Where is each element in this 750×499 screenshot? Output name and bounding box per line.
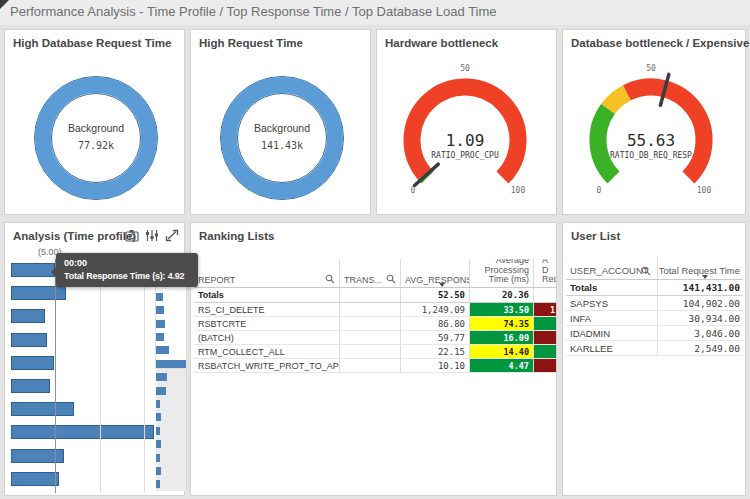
total-request-time-cell[interactable]: 104,902.00 bbox=[658, 296, 743, 310]
sort-descending-icon bbox=[702, 275, 708, 279]
table-header-row: USER_ACCOUNT Total Request Time bbox=[566, 257, 743, 280]
report-cell[interactable]: RSBTCRTE bbox=[194, 317, 340, 330]
table-row: RSBTCRTE86.8074.35 bbox=[194, 317, 556, 331]
avg-processing-cell[interactable]: 4.47 bbox=[470, 359, 534, 372]
exploration-menu-icon[interactable] bbox=[145, 229, 159, 242]
avg-db-request-cell[interactable] bbox=[534, 331, 556, 344]
bar[interactable] bbox=[11, 379, 50, 393]
corner-marker bbox=[0, 0, 9, 9]
donut-slice[interactable] bbox=[43, 85, 149, 191]
avg-db-request-cell[interactable] bbox=[534, 359, 556, 372]
avg-db-request-cell[interactable] bbox=[534, 345, 556, 358]
table-row: RSBATCH_WRITE_PROT_TO_APPLLOG10.104.47 bbox=[194, 359, 556, 373]
bar-chart-plot[interactable] bbox=[5, 259, 184, 495]
table-totals-row: Totals 141,431.00 bbox=[566, 280, 743, 296]
report-cell[interactable]: RSBATCH_WRITE_PROT_TO_APPLLOG bbox=[194, 359, 340, 372]
bar[interactable] bbox=[11, 263, 55, 277]
gauge-value: 55.63 bbox=[627, 131, 675, 150]
transaction-cell[interactable] bbox=[340, 303, 401, 316]
avg-response-cell[interactable]: 86.80 bbox=[401, 317, 470, 330]
avg-processing-cell[interactable]: 16.09 bbox=[470, 331, 534, 344]
bar[interactable] bbox=[11, 356, 54, 370]
total-request-time-cell[interactable]: 2,549.00 bbox=[658, 341, 743, 355]
avg-processing-cell[interactable]: 14.40 bbox=[470, 345, 534, 358]
column-header-avg-response[interactable]: AVG_RESPONS... bbox=[401, 259, 470, 287]
gauge-value: 1.09 bbox=[446, 131, 485, 150]
table-header-row: REPORT TRANS... AVG_RESPONS... Average P… bbox=[194, 259, 556, 288]
avg-db-request-cell[interactable] bbox=[534, 317, 556, 330]
sheet-title-bar: Performance Analysis - Time Profile / To… bbox=[0, 0, 750, 25]
bar[interactable] bbox=[11, 333, 47, 347]
column-header-report[interactable]: REPORT bbox=[194, 259, 340, 287]
user-account-cell[interactable]: KARLLEE bbox=[566, 341, 658, 355]
chart-tooltip: 00:00 Total Response Time (s): 4.92 bbox=[56, 253, 198, 287]
avg-processing-cell[interactable]: 74.35 bbox=[470, 317, 534, 330]
gauge-arc-segment bbox=[608, 93, 627, 109]
panel-title: Hardware bottleneck bbox=[385, 37, 498, 49]
report-cell[interactable]: RTM_COLLECT_ALL bbox=[194, 345, 340, 358]
donut-chart-request[interactable]: Background141.43k bbox=[191, 30, 370, 214]
gauge-chart-proc-cpu[interactable]: 0501001.09RATIO_PROC_CPU bbox=[377, 30, 556, 214]
camera-icon[interactable] bbox=[125, 229, 139, 242]
donut-center-value: 77.92k bbox=[78, 140, 114, 151]
tooltip-category: 00:00 bbox=[64, 258, 190, 268]
avg-response-cell[interactable]: 1,249.09 bbox=[401, 303, 470, 316]
gauge-tick-label: 0 bbox=[411, 186, 416, 195]
sort-descending-icon bbox=[439, 283, 445, 287]
panel-high-database-request-time: High Database Request Time Background77.… bbox=[4, 29, 185, 215]
search-icon[interactable] bbox=[386, 274, 396, 284]
gauge-chart-db-req-resp[interactable]: 05010055.63RATIO_DB_REQ_RESP bbox=[563, 30, 745, 214]
bar[interactable] bbox=[11, 425, 154, 439]
totals-label: Totals bbox=[194, 288, 340, 302]
gauge-tick-label: 0 bbox=[597, 186, 602, 195]
total-request-time-cell[interactable]: 3,046.00 bbox=[658, 326, 743, 340]
gauge-tick-label: 50 bbox=[646, 64, 656, 73]
minimap-bar bbox=[156, 333, 164, 341]
bar[interactable] bbox=[11, 402, 74, 416]
user-account-cell[interactable]: INFA bbox=[566, 311, 658, 325]
bar[interactable] bbox=[11, 286, 66, 300]
bar[interactable] bbox=[11, 309, 45, 323]
table-row: IDADMIN3,046.00 bbox=[566, 326, 743, 341]
totals-value: 141,431.00 bbox=[658, 280, 743, 295]
totals-label: Totals bbox=[566, 280, 658, 295]
fullscreen-icon[interactable] bbox=[165, 229, 179, 242]
column-header-avg-db-request[interactable]: A D Requ bbox=[534, 259, 556, 287]
panel-hardware-bottleneck: Hardware bottleneck 0501001.09RATIO_PROC… bbox=[376, 29, 557, 215]
avg-db-request-cell[interactable]: 1 bbox=[534, 303, 556, 316]
column-header-avg-processing[interactable]: Average Processing Time (ms) bbox=[470, 259, 534, 287]
avg-response-cell[interactable]: 10.10 bbox=[401, 359, 470, 372]
user-account-cell[interactable]: SAPSYS bbox=[566, 296, 658, 310]
minimap-bar bbox=[156, 373, 167, 381]
chart-scroll-minimap[interactable] bbox=[156, 263, 187, 491]
column-header-total-request-time[interactable]: Total Request Time bbox=[658, 257, 743, 279]
transaction-cell[interactable] bbox=[340, 345, 401, 358]
panel-toolbar bbox=[125, 229, 179, 242]
report-cell[interactable]: (BATCH) bbox=[194, 331, 340, 344]
avg-response-cell[interactable]: 59.77 bbox=[401, 331, 470, 344]
donut-chart-db-request[interactable]: Background77.92k bbox=[5, 30, 184, 214]
table-row: RS_CI_DELETE1,249.0933.501 bbox=[194, 303, 556, 317]
transaction-cell[interactable] bbox=[340, 359, 401, 372]
transaction-cell[interactable] bbox=[340, 331, 401, 344]
table-totals-row: Totals 52.50 20.36 bbox=[194, 288, 556, 303]
totals-avg-processing: 20.36 bbox=[470, 288, 534, 302]
donut-inner-outline bbox=[52, 94, 141, 183]
bar[interactable] bbox=[11, 472, 59, 486]
donut-slice[interactable] bbox=[229, 85, 335, 191]
report-cell[interactable]: RS_CI_DELETE bbox=[194, 303, 340, 316]
gauge-measure-label: RATIO_PROC_CPU bbox=[431, 151, 499, 160]
search-icon[interactable] bbox=[641, 266, 651, 276]
gauge-arc-segment bbox=[598, 109, 614, 178]
total-request-time-cell[interactable]: 30,934.00 bbox=[658, 311, 743, 325]
panel-analysis-time-profile: Analysis (Time profile) (5.00) 00:00 To bbox=[4, 222, 185, 496]
transaction-cell[interactable] bbox=[340, 317, 401, 330]
user-account-cell[interactable]: IDADMIN bbox=[566, 326, 658, 340]
search-icon[interactable] bbox=[325, 274, 335, 284]
column-header-user-account[interactable]: USER_ACCOUNT bbox=[566, 257, 658, 279]
avg-response-cell[interactable]: 22.15 bbox=[401, 345, 470, 358]
avg-processing-cell[interactable]: 33.50 bbox=[470, 303, 534, 316]
panel-title: Ranking Lists bbox=[199, 230, 274, 242]
panel-high-request-time: High Request Time Background141.43k bbox=[190, 29, 371, 215]
column-header-transaction[interactable]: TRANS... bbox=[340, 259, 401, 287]
